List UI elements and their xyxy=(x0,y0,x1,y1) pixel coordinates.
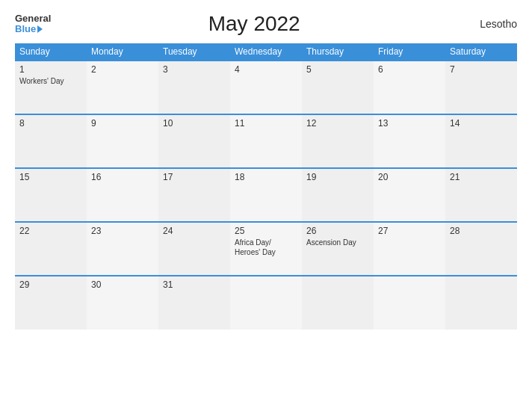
calendar-cell: 28 xyxy=(445,222,517,276)
calendar-cell xyxy=(302,276,374,330)
day-number: 21 xyxy=(450,172,513,182)
day-number: 2 xyxy=(91,64,154,75)
day-number: 20 xyxy=(378,172,441,182)
calendar-cell: 29 xyxy=(15,276,87,330)
calendar-cell: 10 xyxy=(158,114,230,168)
day-number: 8 xyxy=(19,118,82,129)
calendar-cell: 18 xyxy=(230,168,302,222)
day-number: 23 xyxy=(91,226,154,236)
header-thursday: Thursday xyxy=(302,43,374,61)
page: General Blue May 2022 Lesotho Sunday Mon… xyxy=(0,0,532,411)
calendar-cell: 24 xyxy=(158,222,230,276)
weekday-header-row: Sunday Monday Tuesday Wednesday Thursday… xyxy=(15,43,517,61)
day-number: 26 xyxy=(306,226,369,236)
day-number: 22 xyxy=(19,226,82,236)
calendar-cell: 11 xyxy=(230,114,302,168)
day-number: 17 xyxy=(163,172,226,182)
holiday-label: Workers' Day xyxy=(19,76,82,86)
calendar-cell: 27 xyxy=(374,222,445,276)
day-number: 10 xyxy=(163,118,226,129)
calendar-cell: 15 xyxy=(15,168,87,222)
logo-blue-text: Blue xyxy=(15,24,51,34)
month-title: May 2022 xyxy=(51,12,457,36)
day-number: 16 xyxy=(91,172,154,182)
week-row-1: 1Workers' Day234567 xyxy=(15,61,517,114)
calendar-cell: 30 xyxy=(87,276,158,330)
calendar-cell: 14 xyxy=(445,114,517,168)
header-wednesday: Wednesday xyxy=(230,43,302,61)
header-friday: Friday xyxy=(374,43,445,61)
calendar-cell: 4 xyxy=(230,61,302,114)
day-number: 27 xyxy=(378,226,441,236)
week-row-3: 15161718192021 xyxy=(15,168,517,222)
day-number: 3 xyxy=(163,64,226,75)
day-number: 12 xyxy=(306,118,369,129)
day-number: 5 xyxy=(306,64,369,75)
calendar-cell: 7 xyxy=(445,61,517,114)
day-number: 18 xyxy=(235,172,297,182)
day-number: 15 xyxy=(19,172,82,182)
header-saturday: Saturday xyxy=(445,43,517,61)
day-number: 1 xyxy=(19,64,82,75)
day-number: 6 xyxy=(378,64,441,75)
day-number: 14 xyxy=(450,118,513,129)
calendar-cell xyxy=(374,276,445,330)
calendar-cell: 13 xyxy=(374,114,445,168)
calendar-cell: 9 xyxy=(87,114,158,168)
calendar-cell: 19 xyxy=(302,168,374,222)
logo: General Blue xyxy=(15,13,51,35)
calendar-cell: 26Ascension Day xyxy=(302,222,374,276)
logo-triangle-icon xyxy=(37,25,43,33)
calendar-cell: 31 xyxy=(158,276,230,330)
calendar-cell xyxy=(230,276,302,330)
day-number: 24 xyxy=(163,226,226,236)
day-number: 25 xyxy=(235,226,297,236)
day-number: 13 xyxy=(378,118,441,129)
day-number: 31 xyxy=(163,279,226,290)
week-row-5: 293031 xyxy=(15,276,517,330)
header: General Blue May 2022 Lesotho xyxy=(15,12,517,36)
logo-general-text: General xyxy=(15,13,51,24)
calendar-cell: 22 xyxy=(15,222,87,276)
day-number: 29 xyxy=(19,279,82,290)
calendar-cell: 8 xyxy=(15,114,87,168)
holiday-label: Ascension Day xyxy=(306,238,369,247)
calendar-cell: 20 xyxy=(374,168,445,222)
day-number: 4 xyxy=(235,64,297,75)
week-row-2: 891011121314 xyxy=(15,114,517,168)
calendar-cell: 17 xyxy=(158,168,230,222)
calendar-table: Sunday Monday Tuesday Wednesday Thursday… xyxy=(15,43,517,330)
calendar-cell: 23 xyxy=(87,222,158,276)
calendar-cell: 6 xyxy=(374,61,445,114)
day-number: 19 xyxy=(306,172,369,182)
calendar-cell xyxy=(445,276,517,330)
calendar-cell: 5 xyxy=(302,61,374,114)
week-row-4: 22232425Africa Day/ Heroes' Day26Ascensi… xyxy=(15,222,517,276)
country-label: Lesotho xyxy=(457,18,517,30)
calendar-cell: 21 xyxy=(445,168,517,222)
day-number: 11 xyxy=(235,118,297,129)
calendar-cell: 3 xyxy=(158,61,230,114)
holiday-label: Africa Day/ Heroes' Day xyxy=(235,238,297,257)
calendar-cell: 2 xyxy=(87,61,158,114)
day-number: 28 xyxy=(450,226,513,236)
calendar-cell: 16 xyxy=(87,168,158,222)
header-tuesday: Tuesday xyxy=(158,43,230,61)
header-sunday: Sunday xyxy=(15,43,87,61)
day-number: 30 xyxy=(91,279,154,290)
day-number: 7 xyxy=(450,64,513,75)
calendar-cell: 12 xyxy=(302,114,374,168)
calendar-cell: 1Workers' Day xyxy=(15,61,87,114)
day-number: 9 xyxy=(91,118,154,129)
calendar-cell: 25Africa Day/ Heroes' Day xyxy=(230,222,302,276)
header-monday: Monday xyxy=(87,43,158,61)
